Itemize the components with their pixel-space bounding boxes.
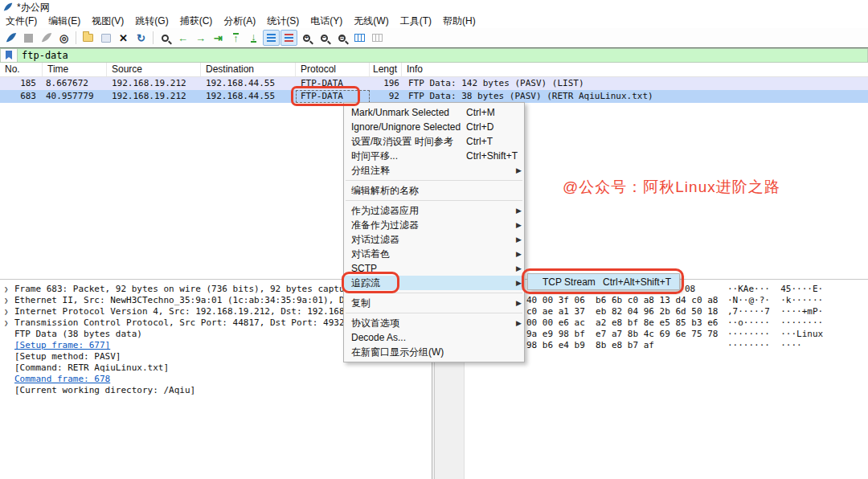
- cell-length: 92: [370, 90, 402, 103]
- menu-item-conversation-filter[interactable]: 对话过滤器▶: [344, 232, 524, 247]
- capture-options-icon[interactable]: ◎: [55, 30, 72, 46]
- detail-line-command-frame-link[interactable]: Command frame: 678: [0, 374, 432, 385]
- menu-capture[interactable]: 捕获(C): [174, 14, 219, 28]
- menu-item-mark-unmark[interactable]: Mark/Unmark SelectedCtrl+M: [344, 105, 524, 120]
- close-file-icon[interactable]: ✕: [115, 30, 132, 46]
- column-header-source[interactable]: Source: [107, 63, 201, 76]
- cell-protocol: FTP-DATA: [296, 90, 370, 103]
- stop-capture-icon[interactable]: [20, 30, 37, 46]
- column-header-info[interactable]: Info: [402, 63, 868, 76]
- submenu-arrow-icon: ▶: [516, 316, 522, 330]
- menu-separator: [346, 180, 522, 181]
- cell-time: 40.957779: [43, 90, 107, 103]
- menu-item-protocol-preferences[interactable]: 协议首选项▶: [344, 316, 524, 330]
- menu-tools[interactable]: 工具(T): [395, 14, 437, 28]
- start-capture-icon[interactable]: [2, 30, 19, 46]
- menu-file[interactable]: 文件(F): [0, 14, 43, 28]
- column-header-protocol[interactable]: Protocol: [296, 63, 370, 76]
- menu-item-decode-as[interactable]: Decode As...: [344, 330, 524, 345]
- menu-wireless[interactable]: 无线(W): [348, 14, 394, 28]
- cell-destination: 192.168.44.55: [201, 77, 296, 90]
- save-file-icon[interactable]: [97, 30, 114, 46]
- submenu-arrow-icon: ▶: [516, 232, 522, 247]
- submenu-arrow-icon: ▶: [516, 296, 522, 310]
- toolbar-separator: [76, 31, 76, 44]
- submenu-arrow-icon: ▶: [516, 261, 522, 276]
- auto-scroll-icon[interactable]: [263, 30, 280, 46]
- cell-no: 185: [0, 77, 43, 90]
- menu-item-time-shift[interactable]: 时间平移...Ctrl+Shift+T: [344, 149, 524, 163]
- column-header-time[interactable]: Time: [43, 63, 107, 76]
- main-toolbar: ◎ ✕ ↻ ← → ⇥ ↑ ↓ + − =: [0, 28, 868, 47]
- go-to-packet-icon[interactable]: ⇥: [210, 30, 227, 46]
- column-header-length[interactable]: Lengt: [370, 63, 402, 76]
- title-bar: *办公网: [0, 0, 868, 14]
- menu-item-time-reference[interactable]: 设置/取消设置 时间参考Ctrl+T: [344, 134, 524, 149]
- submenu-arrow-icon: ▶: [516, 203, 522, 218]
- cell-no: 683: [0, 90, 43, 103]
- packet-bytes-pane[interactable]: 08··KAe··· 45····E· 40 00 3f 06 b6 6b c0…: [465, 280, 868, 479]
- wireshark-logo-icon: [3, 2, 13, 12]
- colorize-icon[interactable]: [280, 30, 297, 46]
- menu-item-packet-comment[interactable]: 分组注释▶: [344, 163, 524, 178]
- packet-row-683-selected[interactable]: 683 40.957779 192.168.19.212 192.168.44.…: [0, 90, 868, 103]
- zoom-original-icon[interactable]: =: [334, 30, 350, 46]
- expander-icon[interactable]: ❯: [4, 317, 8, 329]
- open-file-icon[interactable]: [80, 30, 96, 46]
- previous-packet-icon[interactable]: ←: [174, 30, 191, 46]
- menu-item-ignore-unignore[interactable]: Ignore/Unignore SelectedCtrl+D: [344, 120, 524, 134]
- menu-item-apply-as-filter[interactable]: 作为过滤器应用▶: [344, 203, 524, 218]
- reload-file-icon[interactable]: ↻: [133, 30, 149, 46]
- submenu-arrow-icon: ▶: [516, 247, 522, 261]
- first-packet-icon[interactable]: ↑: [227, 30, 244, 46]
- menu-view[interactable]: 视图(V): [86, 14, 129, 28]
- cell-time: 8.667672: [43, 77, 107, 90]
- zoom-in-icon[interactable]: +: [298, 30, 315, 46]
- find-packet-icon[interactable]: [157, 30, 174, 46]
- menu-edit[interactable]: 编辑(E): [43, 14, 86, 28]
- restart-capture-icon[interactable]: [38, 30, 55, 46]
- next-packet-icon[interactable]: →: [192, 30, 209, 46]
- hex-row: 98 b6 e4 b9 8b e8 b7 af········ ····: [465, 340, 868, 351]
- packet-context-menu: Mark/Unmark SelectedCtrl+M Ignore/Unigno…: [343, 102, 525, 362]
- detail-line[interactable]: [Command: RETR AqiuLinux.txt]: [0, 362, 432, 374]
- menu-bar: 文件(F) 编辑(E) 视图(V) 跳转(G) 捕获(C) 分析(A) 统计(S…: [0, 14, 868, 28]
- expander-icon[interactable]: ❯: [4, 295, 8, 306]
- detail-line[interactable]: [Current working directory: /Aqiu]: [0, 385, 432, 396]
- menu-item-show-in-new-window[interactable]: 在新窗口显示分组(W): [344, 345, 524, 359]
- menu-item-prepare-as-filter[interactable]: 准备作为过滤器▶: [344, 218, 524, 232]
- packet-list-header: No. Time Source Destination Protocol Len…: [0, 63, 868, 77]
- bookmark-icon[interactable]: [0, 48, 18, 63]
- filter-bar: ftp-data: [0, 47, 868, 63]
- menu-help[interactable]: 帮助(H): [437, 14, 481, 28]
- menu-item-sctp[interactable]: SCTP▶: [344, 261, 524, 276]
- menu-item-copy[interactable]: 复制▶: [344, 296, 524, 310]
- packet-row-185[interactable]: 185 8.667672 192.168.19.212 192.168.44.5…: [0, 77, 868, 90]
- hex-row: 00 00 e6 ac a2 e8 bf 8e e5 85 b3 e6··o··…: [465, 317, 868, 329]
- menu-analyze[interactable]: 分析(A): [218, 14, 261, 28]
- last-packet-icon[interactable]: ↓: [245, 30, 262, 46]
- column-header-destination[interactable]: Destination: [201, 63, 296, 76]
- cell-destination: 192.168.44.55: [201, 90, 296, 103]
- expander-icon[interactable]: ❯: [4, 284, 8, 295]
- cell-info: FTP Data: 142 bytes (PASV) (LIST): [402, 77, 868, 90]
- submenu-arrow-icon: ▶: [516, 163, 522, 178]
- zoom-out-icon[interactable]: −: [316, 30, 333, 46]
- cell-length: 196: [370, 77, 402, 90]
- submenu-item-tcp-stream[interactable]: TCP Stream Ctrl+Alt+Shift+T: [528, 274, 679, 289]
- menu-telephony[interactable]: 电话(Y): [305, 14, 348, 28]
- menu-item-colorize-conversation[interactable]: 对话着色▶: [344, 247, 524, 261]
- columns-icon[interactable]: [369, 30, 386, 46]
- expander-icon[interactable]: ❯: [4, 306, 8, 317]
- display-filter-input[interactable]: ftp-data: [18, 48, 868, 63]
- menu-statistics[interactable]: 统计(S): [261, 14, 305, 28]
- hex-row: 9a e9 98 bf e7 a7 8b 4c 69 6e 75 78·····…: [465, 329, 868, 340]
- menu-go[interactable]: 跳转(G): [129, 14, 174, 28]
- menu-separator: [346, 293, 522, 293]
- menu-item-edit-resolved-name[interactable]: 编辑解析的名称: [344, 183, 524, 198]
- submenu-arrow-icon: ▶: [516, 218, 522, 232]
- resize-columns-icon[interactable]: [351, 30, 368, 46]
- window-title: *办公网: [17, 1, 50, 14]
- menu-item-follow-stream[interactable]: 追踪流▶: [344, 276, 524, 290]
- column-header-no[interactable]: No.: [0, 63, 43, 76]
